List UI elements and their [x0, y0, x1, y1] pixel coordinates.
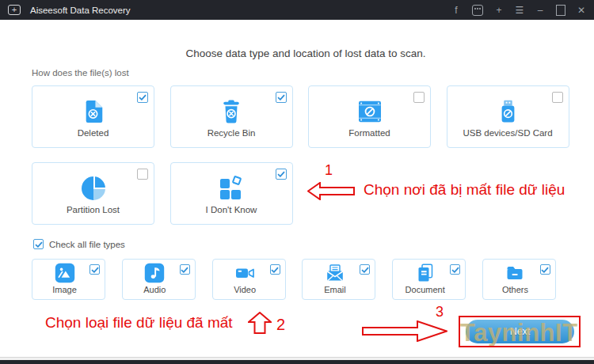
partition-lost-checkbox[interactable] [137, 169, 148, 180]
annotation-step2-text: Chọn loại file dữ liệu đã mất [45, 314, 233, 332]
card-label: Partition Lost [32, 205, 154, 214]
card-video[interactable]: Video [212, 259, 286, 300]
email-icon [299, 263, 371, 283]
minimize-button[interactable]: – [535, 5, 545, 16]
image-icon [29, 263, 101, 283]
card-usb-sd[interactable]: USB devices/SD Card [447, 85, 569, 148]
maximize-button[interactable] [556, 5, 565, 16]
app-logo-icon: + [8, 5, 21, 15]
recycle-bin-icon [171, 99, 292, 124]
location-section-label: How does the file(s) lost [32, 68, 129, 78]
check-all-file-types[interactable]: Check all file types [33, 239, 125, 249]
menu-icon[interactable]: ☰ [515, 5, 524, 16]
file-type-card-grid: Image Audio Video Email [32, 259, 586, 300]
check-all-label: Check all file types [49, 240, 125, 249]
card-label: Email [299, 285, 371, 294]
app-window: + Aiseesoft Data Recovery f + ☰ – ✕ Choo… [0, 0, 594, 364]
document-icon [389, 263, 461, 283]
close-button[interactable]: ✕ [577, 5, 586, 16]
next-button[interactable]: Next [466, 320, 574, 343]
window-title: Aiseesoft Data Recovery [30, 6, 131, 15]
annotation-step1-text: Chọn nơi đã bị mất file dữ liệu [364, 181, 565, 199]
titlebar-buttons: f + ☰ – ✕ [451, 5, 586, 16]
card-label: I Don't Know [171, 205, 292, 214]
card-label: Formatted [309, 128, 430, 138]
usb-sd-checkbox[interactable] [552, 92, 563, 103]
annotation-step2-number: 2 [276, 316, 285, 334]
card-label: Audio [119, 285, 191, 294]
card-deleted[interactable]: Deleted [32, 85, 154, 148]
dont-know-checkbox[interactable] [276, 169, 287, 180]
check-all-checkbox[interactable] [33, 239, 44, 249]
usb-drive-icon [447, 99, 569, 124]
left-arrow-annotation-icon [307, 182, 355, 200]
titlebar: + Aiseesoft Data Recovery f + ☰ – ✕ [0, 0, 594, 20]
card-audio[interactable]: Audio [122, 259, 196, 300]
card-label: Deleted [32, 128, 154, 138]
formatted-drive-icon [309, 99, 430, 124]
card-email[interactable]: Email [302, 259, 375, 300]
card-partition-lost[interactable]: Partition Lost [32, 162, 154, 225]
card-label: Document [389, 285, 461, 294]
card-label: Image [29, 285, 101, 294]
card-recycle-bin[interactable]: Recycle Bin [170, 85, 293, 148]
deleted-file-icon [32, 99, 154, 124]
location-card-grid: Deleted Recycle Bin Formatted USB device… [32, 85, 594, 225]
facebook-icon[interactable]: f [451, 5, 461, 16]
dont-know-icon [171, 176, 292, 201]
card-label: Others [479, 285, 551, 294]
deleted-checkbox[interactable] [137, 92, 148, 103]
recycle-bin-checkbox[interactable] [276, 92, 287, 103]
card-dont-know[interactable]: I Don't Know [170, 162, 293, 225]
partition-pie-icon [32, 176, 154, 201]
video-icon [209, 263, 281, 283]
card-image[interactable]: Image [32, 259, 105, 300]
audio-icon [119, 263, 191, 283]
card-label: USB devices/SD Card [447, 128, 569, 138]
card-label: Recycle Bin [171, 128, 292, 138]
card-formatted[interactable]: Formatted [308, 85, 431, 148]
add-icon[interactable]: + [494, 5, 504, 16]
formatted-checkbox[interactable] [413, 92, 425, 103]
card-others[interactable]: Others [482, 259, 556, 300]
card-document[interactable]: Document [392, 259, 466, 300]
annotation-step1-number: 1 [325, 162, 333, 179]
feedback-icon[interactable] [472, 5, 483, 16]
right-arrow-annotation-icon [362, 320, 447, 342]
card-label: Video [209, 285, 281, 294]
others-folder-icon [479, 263, 551, 283]
up-arrow-annotation-icon [248, 312, 272, 334]
bottom-status-bar [0, 360, 594, 364]
annotation-step3-number: 3 [436, 304, 444, 320]
page-heading: Choose data type and location of lost da… [0, 47, 594, 59]
